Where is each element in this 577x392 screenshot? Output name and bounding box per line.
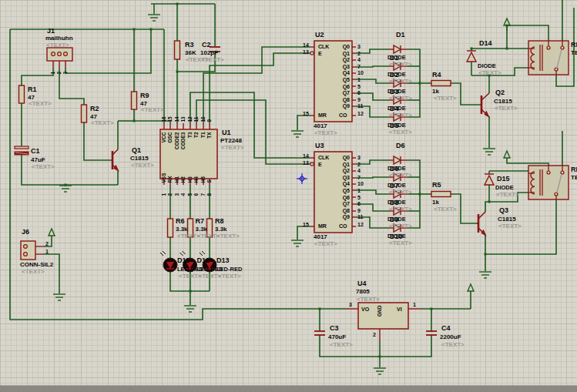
part-value-rl2[interactable]: TE: [571, 175, 577, 181]
part-ref-r9[interactable]: R9: [140, 92, 149, 99]
part-ref-d14[interactable]: D14: [479, 40, 492, 47]
pin-row: Q89: [314, 97, 368, 103]
part-value-q1[interactable]: C1815: [130, 156, 149, 162]
part-text-r1[interactable]: <TEXT>: [29, 101, 52, 107]
part-value-q3[interactable]: C1815: [498, 216, 516, 223]
part-value-u3[interactable]: 4017: [314, 234, 327, 240]
pin-row: Q37: [314, 175, 368, 181]
pin-number: 1: [51, 65, 56, 75]
resistor-r9[interactable]: [132, 92, 137, 109]
part-text-u4[interactable]: <TEXT>: [357, 297, 380, 303]
part-text-r2[interactable]: <TEXT>: [91, 120, 114, 126]
part-text-r5[interactable]: <TEXT>: [434, 206, 457, 213]
part-text-q2[interactable]: <TEXT>: [495, 106, 518, 112]
junction-dots: [65, 3, 508, 358]
pin-number: 14: [174, 113, 179, 122]
part-ref-u2[interactable]: U2: [315, 32, 324, 39]
part-value-d14[interactable]: DIODE: [478, 63, 496, 69]
pin-name: T2: [194, 132, 200, 156]
part-text-u3[interactable]: <TEXT>: [314, 241, 337, 247]
resistor-r2[interactable]: [82, 105, 87, 122]
part-text-c2[interactable]: <TEXT>: [201, 57, 224, 63]
part-value-r4[interactable]: 1k: [432, 89, 439, 95]
capacitor-c1[interactable]: [15, 146, 29, 155]
resistor-r3[interactable]: [175, 41, 180, 59]
part-value-c4[interactable]: 2200uF: [440, 334, 461, 340]
part-text-q1[interactable]: <TEXT>: [131, 162, 154, 169]
part-ref-q2[interactable]: Q2: [495, 89, 505, 96]
resistor-r5[interactable]: [431, 192, 451, 197]
part-ref-d15[interactable]: D15: [497, 176, 510, 183]
part-ref-q1[interactable]: Q1: [132, 147, 141, 154]
transistor-q2[interactable]: [480, 93, 489, 116]
part-ref-r4[interactable]: R4: [432, 72, 441, 79]
resistor-r6[interactable]: [168, 219, 173, 237]
part-text-r4[interactable]: <TEXT>: [434, 95, 457, 102]
relay-rl2[interactable]: [528, 166, 569, 199]
part-ref-rl2[interactable]: RL: [571, 166, 577, 173]
capacitor-c4[interactable]: [426, 331, 437, 335]
part-value-j6[interactable]: CONN-SIL2: [20, 262, 53, 268]
part-value-c3[interactable]: 470uF: [328, 334, 346, 340]
part-value-r3[interactable]: 36K: [185, 50, 196, 56]
part-text-c4[interactable]: <TEXT>: [441, 342, 465, 348]
part-ref-r1[interactable]: R1: [28, 86, 37, 93]
part-text-q3[interactable]: <TEXT>: [498, 223, 522, 230]
diode-d14[interactable]: [467, 51, 476, 62]
diode-d15[interactable]: [485, 174, 494, 185]
part-ref-j1[interactable]: J1: [47, 28, 55, 35]
part-ref-u4[interactable]: U4: [357, 280, 367, 287]
part-ref-c1[interactable]: C1: [31, 148, 40, 155]
pin-number: 13: [181, 113, 186, 122]
part-text-u1[interactable]: <TEXT>: [221, 145, 244, 151]
led-d11[interactable]: [160, 251, 177, 272]
part-value-u4[interactable]: 7805: [356, 289, 370, 295]
part-value-r5[interactable]: 1k: [432, 199, 439, 206]
part-text-r9[interactable]: <TEXT>: [141, 107, 164, 113]
part-ref-j6[interactable]: J6: [22, 229, 29, 236]
part-value-c2[interactable]: 102pF: [200, 50, 218, 56]
part-ref-c2[interactable]: C2: [202, 42, 211, 49]
part-ref-q3[interactable]: Q3: [499, 207, 508, 214]
resistor-r1[interactable]: [19, 85, 25, 103]
part-text-j1[interactable]: <TEXT>: [46, 42, 69, 49]
resistor-r4[interactable]: [431, 81, 451, 86]
pin-number: 9: [207, 113, 213, 122]
part-value-j1[interactable]: mailhuhn: [45, 35, 73, 42]
part-ref-r3[interactable]: R3: [185, 42, 194, 49]
relay-rl1[interactable]: [528, 41, 569, 75]
capacitor-c3[interactable]: [314, 331, 325, 335]
part-ref-u3[interactable]: U3: [315, 142, 324, 149]
u4-vi-name: VI: [397, 307, 402, 312]
part-value-d15[interactable]: DIODE: [495, 185, 514, 191]
part-value-u2[interactable]: 4017: [314, 123, 327, 129]
ground-icon: [291, 240, 304, 246]
part-ref-c4[interactable]: C4: [441, 325, 451, 332]
part-ref-r5[interactable]: R5: [432, 182, 441, 189]
part-text-u2[interactable]: <TEXT>: [314, 130, 337, 136]
ic-u4[interactable]: [346, 303, 421, 341]
connector-j6[interactable]: [21, 241, 43, 260]
part-value-c1[interactable]: 47uF: [31, 157, 45, 163]
schematic-canvas[interactable]: J1 mailhuhn <TEXT> 123 R1 47 <TEXT> R2 4…: [0, 0, 577, 392]
part-value-rl1[interactable]: TE: [571, 50, 577, 56]
part-ref-c3[interactable]: C3: [330, 325, 339, 332]
transistor-q1[interactable]: [111, 149, 118, 170]
bank2-header[interactable]: D6: [396, 142, 405, 149]
part-value-u1[interactable]: PT2248: [220, 138, 242, 144]
part-text-j6[interactable]: <TEXT>: [22, 269, 45, 275]
part-ref-rl1[interactable]: RL: [571, 42, 577, 49]
transistor-q3[interactable]: [477, 212, 485, 235]
part-ref-u1[interactable]: U1: [222, 129, 231, 136]
pin-number: 2: [57, 65, 62, 75]
part-value-q2[interactable]: C1815: [494, 99, 512, 105]
ground-icon: [374, 368, 386, 374]
pin-number: 16: [162, 113, 167, 122]
part-text-c3[interactable]: <TEXT>: [330, 342, 353, 348]
part-text-d14[interactable]: <TEXT>: [478, 70, 502, 76]
part-text-d15[interactable]: <TEXT>: [496, 192, 519, 198]
part-text-c1[interactable]: <TEXT>: [32, 164, 55, 170]
bank1-header[interactable]: D1: [396, 32, 405, 39]
part-ref-r2[interactable]: R2: [90, 106, 99, 112]
power-symbols[interactable]: [49, 18, 510, 291]
